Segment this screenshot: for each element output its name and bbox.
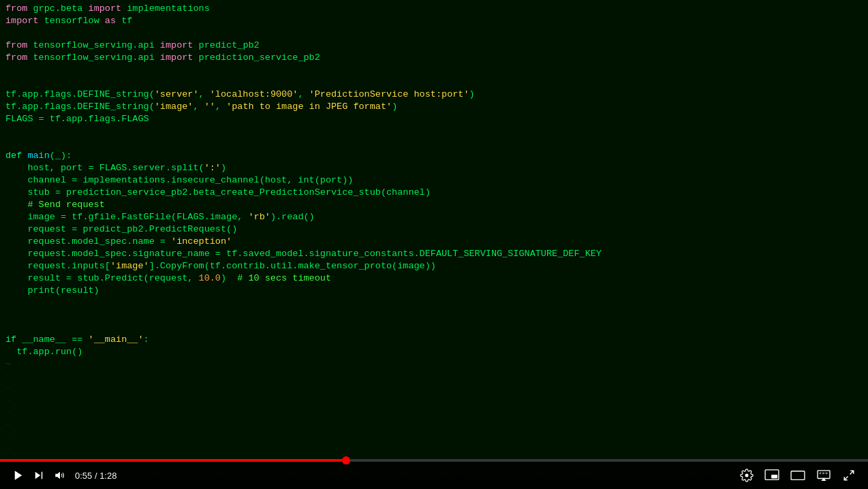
- svg-rect-2: [42, 472, 43, 479]
- svg-marker-3: [55, 472, 60, 479]
- settings-icon: [740, 469, 754, 482]
- code-line-36: ~: [5, 432, 863, 444]
- right-controls: [736, 466, 860, 485]
- code-line-18: image = tf.gfile.FastGFile(FLAGS.image, …: [5, 211, 863, 223]
- time-display: 0:55 / 1:28: [75, 471, 117, 481]
- code-line-34: ~: [5, 407, 863, 420]
- code-line-22: request.inputs['image'].CopyFrom(tf.cont…: [5, 260, 863, 272]
- code-line-8: tf.app.flags.DEFINE_string('server', 'lo…: [5, 89, 863, 101]
- play-icon: [12, 469, 25, 482]
- airplay-button[interactable]: [812, 467, 835, 484]
- next-button[interactable]: [29, 467, 49, 484]
- code-line-23: result = stub.Predict(request, 10.0) # 1…: [5, 272, 863, 285]
- svg-marker-0: [15, 471, 22, 480]
- code-line-24: print(result): [5, 285, 863, 297]
- volume-icon: [53, 469, 67, 482]
- miniplayer-icon: [764, 469, 779, 482]
- code-line-4: from tensorflow_serving.api import predi…: [5, 40, 863, 52]
- code-line-13: def main(_):: [5, 150, 863, 162]
- code-line-35: ~: [5, 420, 863, 432]
- svg-rect-8: [818, 471, 830, 479]
- airplay-icon: [816, 469, 831, 482]
- code-line-2: import tensorflow as tf: [5, 15, 863, 27]
- code-line-33: ~: [5, 395, 863, 407]
- next-icon: [33, 469, 45, 482]
- progress-dot: [342, 456, 350, 464]
- code-line-26: [5, 309, 863, 321]
- svg-rect-6: [771, 475, 777, 478]
- code-line-7: [5, 76, 863, 89]
- code-line-9: tf.app.flags.DEFINE_string('image', '', …: [5, 101, 863, 113]
- code-line-32: ~: [5, 383, 863, 395]
- code-line-19: request = predict_pb2.PredictRequest(): [5, 223, 863, 236]
- video-content: from grpc.beta import implementations im…: [0, 0, 868, 459]
- code-line-12: [5, 138, 863, 150]
- code-line-29: tf.app.run(): [5, 346, 863, 358]
- code-line-1: from grpc.beta import implementations: [5, 3, 863, 15]
- code-line-14: host, port = FLAGS.server.split(':'): [5, 162, 863, 174]
- svg-rect-10: [820, 473, 822, 475]
- video-controls: 0:55 / 1:28: [0, 459, 868, 489]
- code-line-27: [5, 321, 863, 334]
- svg-marker-1: [35, 472, 41, 479]
- fullscreen-button[interactable]: [838, 467, 860, 484]
- code-line-21: request.model_spec.signature_name = tf.s…: [5, 248, 863, 260]
- miniplayer-button[interactable]: [760, 467, 784, 484]
- code-line-31: ~: [5, 370, 863, 383]
- code-line-5: from tensorflow_serving.api import predi…: [5, 52, 863, 64]
- svg-rect-11: [822, 473, 824, 475]
- time-label: 0:55 / 1:28: [75, 471, 117, 481]
- code-line-37: ~: [5, 444, 863, 456]
- svg-rect-12: [826, 473, 828, 475]
- svg-line-14: [844, 477, 848, 480]
- svg-rect-7: [791, 471, 805, 480]
- settings-button[interactable]: [736, 466, 758, 485]
- progress-fill: [0, 459, 346, 462]
- code-line-15: channel = implementations.insecure_chann…: [5, 174, 863, 187]
- code-line-30: ~: [5, 358, 863, 370]
- svg-point-4: [745, 474, 749, 477]
- code-line-17: # Send request: [5, 199, 863, 211]
- code-line-3: [5, 27, 863, 40]
- code-line-16: stub = prediction_service_pb2.beta_creat…: [5, 187, 863, 199]
- code-line-25: [5, 297, 863, 309]
- theater-icon: [790, 469, 805, 482]
- progress-bar[interactable]: [0, 459, 868, 462]
- code-line-11: [5, 125, 863, 138]
- volume-button[interactable]: [49, 467, 71, 484]
- play-button[interactable]: [8, 467, 29, 484]
- svg-line-13: [850, 471, 854, 474]
- theater-button[interactable]: [786, 467, 809, 484]
- code-line-10: FLAGS = tf.app.flags.FLAGS: [5, 113, 863, 125]
- code-line-28: if __name__ == '__main__':: [5, 334, 863, 346]
- fullscreen-icon: [842, 469, 856, 482]
- code-line-6: [5, 64, 863, 76]
- code-line-20: request.model_spec.name = 'inception': [5, 236, 863, 248]
- video-player: from grpc.beta import implementations im…: [0, 0, 868, 489]
